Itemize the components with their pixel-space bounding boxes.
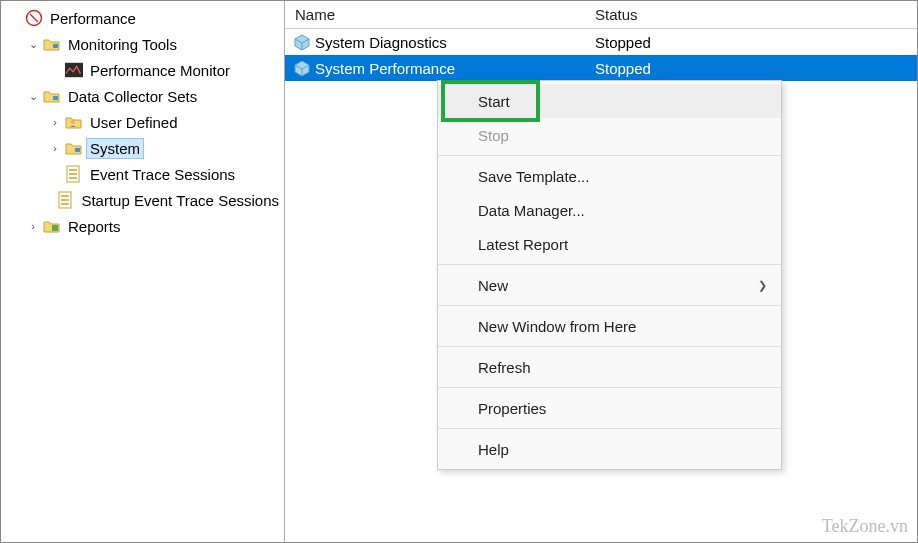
svg-rect-8 (69, 169, 77, 171)
collector-file-icon (65, 165, 83, 183)
list-cell-status: Stopped (585, 34, 917, 51)
menu-label: Save Template... (478, 168, 589, 185)
svg-rect-4 (53, 96, 58, 100)
tree-panel: ▸ Performance ⌄ Monitoring Tools ▸ Perfo… (1, 1, 285, 542)
tree-node-monitoring-tools[interactable]: ⌄ Monitoring Tools (3, 31, 282, 57)
menu-separator (438, 264, 781, 265)
tree-label: Data Collector Sets (65, 87, 200, 106)
svg-rect-15 (52, 225, 58, 231)
menu-label: Properties (478, 400, 546, 417)
tree-node-event-trace[interactable]: ▸ Event Trace Sessions (3, 161, 282, 187)
menu-separator (438, 387, 781, 388)
context-menu: Start Stop Save Template... Data Manager… (437, 80, 782, 470)
menu-label: New Window from Here (478, 318, 636, 335)
expander-closed-icon[interactable]: › (25, 220, 41, 232)
list-row-diagnostics[interactable]: System Diagnostics Stopped (285, 29, 917, 55)
tree-node-data-collector-sets[interactable]: ⌄ Data Collector Sets (3, 83, 282, 109)
menu-label: Help (478, 441, 509, 458)
svg-point-5 (71, 120, 75, 124)
folder-icon (43, 35, 61, 53)
monitor-chart-icon (65, 61, 83, 79)
submenu-arrow-icon: ❯ (758, 279, 767, 292)
menu-item-new[interactable]: New❯ (438, 268, 781, 302)
menu-separator (438, 155, 781, 156)
tree-label: Performance (47, 9, 139, 28)
reports-folder-icon (43, 217, 61, 235)
tree-label: Monitoring Tools (65, 35, 180, 54)
menu-label: Start (478, 93, 510, 110)
svg-rect-12 (61, 195, 69, 197)
watermark: TekZone.vn (822, 516, 908, 537)
menu-label: New (478, 277, 508, 294)
menu-separator (438, 428, 781, 429)
svg-rect-14 (61, 203, 69, 205)
expander-closed-icon[interactable]: › (47, 116, 63, 128)
tree-label: Event Trace Sessions (87, 165, 238, 184)
menu-item-save-template[interactable]: Save Template... (438, 159, 781, 193)
menu-label: Refresh (478, 359, 531, 376)
expander-open-icon[interactable]: ⌄ (25, 90, 41, 103)
menu-item-latest-report[interactable]: Latest Report (438, 227, 781, 261)
menu-separator (438, 346, 781, 347)
folder-icon (43, 87, 61, 105)
tree-node-performance-monitor[interactable]: ▸ Performance Monitor (3, 57, 282, 83)
tree-node-user-defined[interactable]: › User Defined (3, 109, 282, 135)
tree-label: Reports (65, 217, 124, 236)
package-icon (293, 59, 311, 77)
list-cell-status: Stopped (585, 60, 917, 77)
menu-item-data-manager[interactable]: Data Manager... (438, 193, 781, 227)
tree-node-performance[interactable]: ▸ Performance (3, 5, 282, 31)
menu-item-refresh[interactable]: Refresh (438, 350, 781, 384)
tree-node-startup-event-trace[interactable]: ▸ Startup Event Trace Sessions (3, 187, 282, 213)
collector-file-icon (58, 191, 74, 209)
tree-node-system[interactable]: › System (3, 135, 282, 161)
tree-label: Performance Monitor (87, 61, 233, 80)
list-cell-name: System Diagnostics (315, 34, 447, 51)
svg-rect-2 (53, 44, 58, 48)
menu-item-help[interactable]: Help (438, 432, 781, 466)
menu-label: Stop (478, 127, 509, 144)
tree-label: User Defined (87, 113, 181, 132)
package-icon (293, 33, 311, 51)
menu-label: Data Manager... (478, 202, 585, 219)
menu-item-properties[interactable]: Properties (438, 391, 781, 425)
svg-rect-6 (75, 148, 80, 152)
user-folder-icon (65, 113, 83, 131)
menu-label: Latest Report (478, 236, 568, 253)
svg-rect-10 (69, 177, 77, 179)
folder-icon (65, 139, 83, 157)
menu-item-stop: Stop (438, 118, 781, 152)
menu-item-start[interactable]: Start (438, 84, 781, 118)
column-header-status[interactable]: Status (585, 2, 917, 27)
tree-node-reports[interactable]: › Reports (3, 213, 282, 239)
tree-label: Startup Event Trace Sessions (78, 191, 282, 210)
menu-item-new-window[interactable]: New Window from Here (438, 309, 781, 343)
list-header: Name Status (285, 1, 917, 29)
tree-label: System (87, 139, 143, 158)
list-cell-name: System Performance (315, 60, 455, 77)
svg-rect-13 (61, 199, 69, 201)
list-row-performance[interactable]: System Performance Stopped (285, 55, 917, 81)
svg-rect-9 (69, 173, 77, 175)
column-header-name[interactable]: Name (285, 2, 585, 27)
expander-open-icon[interactable]: ⌄ (25, 38, 41, 51)
perfmon-icon (25, 9, 43, 27)
expander-closed-icon[interactable]: › (47, 142, 63, 154)
menu-separator (438, 305, 781, 306)
